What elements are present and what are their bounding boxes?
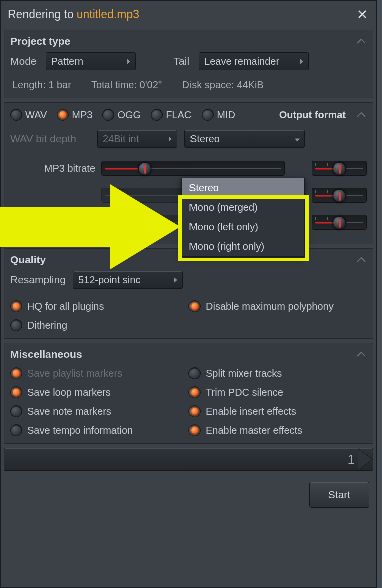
- title-filename: untitled.mp3: [77, 8, 139, 21]
- start-button[interactable]: Start: [309, 482, 369, 508]
- channels-dropdown-menu[interactable]: StereoMono (merged)Mono (left only)Mono …: [181, 178, 305, 257]
- resampling-label: Resampling: [10, 274, 66, 286]
- format-label: MID: [217, 109, 235, 121]
- totaltime-info: Total time: 0'02'': [91, 79, 162, 91]
- check-label: Split mixer tracks: [206, 368, 282, 379]
- start-label: Start: [328, 489, 350, 501]
- panel-title: Project type: [10, 35, 70, 47]
- progress-tip-icon: [358, 448, 373, 470]
- tail-label: Tail: [174, 55, 190, 67]
- disable-poly-check[interactable]: Disable maximum polyphony: [188, 300, 367, 312]
- panel-quality: Quality Resampling 512-point sinc HQ for…: [4, 248, 373, 339]
- check-label: Save tempo information: [27, 425, 133, 436]
- radio-icon: [188, 424, 201, 436]
- check-label: Save playlist markers: [27, 368, 122, 379]
- chevron-down-icon: [294, 133, 300, 145]
- format-label: WAV: [25, 109, 47, 121]
- misc-check[interactable]: Trim PDC silence: [188, 386, 367, 398]
- channels-dropdown[interactable]: Stereo: [184, 130, 305, 148]
- close-icon[interactable]: [355, 7, 369, 21]
- mode-dropdown[interactable]: Pattern: [46, 52, 136, 70]
- misc-check[interactable]: Save playlist markers: [10, 367, 188, 379]
- panel-project-type: Project type Mode Pattern Tail Leave rem…: [4, 30, 373, 98]
- format-flac[interactable]: FLAC: [151, 109, 192, 121]
- check-label: Trim PDC silence: [206, 387, 283, 398]
- chevron-right-icon: [168, 133, 173, 145]
- format-label: OGG: [117, 109, 141, 121]
- progress-bar: 1: [4, 448, 373, 471]
- length-info: Length: 1 bar: [12, 79, 71, 91]
- format-label: FLAC: [166, 109, 192, 121]
- dropdown-option[interactable]: Stereo: [182, 178, 304, 198]
- tail-value: Leave remainder: [204, 56, 279, 67]
- check-label: Enable master effects: [206, 425, 302, 436]
- format-mid[interactable]: MID: [202, 109, 235, 121]
- format-ogg[interactable]: OGG: [102, 109, 141, 121]
- collapse-icon[interactable]: [356, 111, 367, 118]
- panel-miscellaneous: Miscellaneous Save playlist markersSplit…: [4, 343, 373, 444]
- chevron-right-icon: [173, 274, 178, 286]
- misc-check[interactable]: Save loop markers: [10, 386, 188, 398]
- slider-right-3[interactable]: [312, 215, 367, 230]
- format-wav[interactable]: WAV: [10, 109, 47, 121]
- resampling-dropdown[interactable]: 512-point sinc: [73, 271, 183, 289]
- check-label: Save note markers: [27, 406, 111, 417]
- mode-label: Mode: [10, 55, 37, 67]
- dropdown-option[interactable]: Mono (merged): [182, 198, 304, 217]
- format-mp3[interactable]: MP3: [57, 109, 92, 121]
- radio-icon: [188, 386, 201, 398]
- misc-check[interactable]: Enable insert effects: [188, 405, 367, 417]
- dropdown-option[interactable]: Mono (left only): [182, 217, 304, 237]
- check-label: Dithering: [27, 320, 67, 331]
- misc-check[interactable]: Save tempo information: [10, 424, 188, 436]
- scrollbar-strip[interactable]: [377, 0, 382, 588]
- radio-icon: [188, 405, 201, 417]
- misc-check[interactable]: Save note markers: [10, 405, 188, 417]
- panel-title: Miscellaneous: [10, 348, 82, 360]
- chevron-right-icon: [126, 56, 131, 67]
- diskspace-info: Disk space: 44KiB: [182, 79, 263, 91]
- mp3-bitrate-label: MP3 bitrate: [10, 163, 95, 174]
- chevron-right-icon: [299, 56, 304, 67]
- channels-value: Stereo: [190, 133, 220, 145]
- progress-value: 1: [348, 452, 355, 467]
- radio-icon: [10, 405, 22, 417]
- format-label: MP3: [72, 109, 92, 121]
- resampling-value: 512-point sinc: [78, 274, 141, 286]
- misc-check[interactable]: Enable master effects: [188, 424, 367, 436]
- slider-right-1[interactable]: [312, 161, 367, 176]
- dropdown-option[interactable]: Mono (right only): [182, 237, 304, 256]
- tail-dropdown[interactable]: Leave remainder: [199, 52, 309, 70]
- collapse-icon[interactable]: [356, 38, 367, 45]
- radio-icon: [10, 367, 22, 379]
- mp3-bitrate-slider[interactable]: [101, 161, 285, 176]
- check-label: HQ for all plugins: [27, 301, 104, 312]
- radio-icon: [188, 367, 201, 379]
- wav-depth-value: 24Bit int: [103, 133, 139, 145]
- check-label: Enable insert effects: [206, 406, 296, 417]
- render-dialog: Rendering to untitled.mp3 Project type M…: [0, 0, 377, 588]
- wav-depth-dropdown[interactable]: 24Bit int: [97, 130, 177, 148]
- check-label: Save loop markers: [27, 387, 111, 398]
- misc-check[interactable]: Split mixer tracks: [188, 367, 367, 379]
- titlebar: Rendering to untitled.mp3: [1, 1, 376, 28]
- collapse-icon[interactable]: [356, 351, 367, 358]
- radio-icon: [10, 424, 22, 436]
- slider-right-2[interactable]: [312, 188, 367, 203]
- wav-depth-label: WAV bit depth: [10, 133, 90, 145]
- mode-value: Pattern: [51, 56, 83, 67]
- radio-icon: [10, 386, 22, 398]
- hq-plugins-check[interactable]: HQ for all plugins: [10, 300, 188, 312]
- panel-title: Quality: [10, 254, 46, 266]
- title-prefix: Rendering to: [8, 8, 74, 21]
- panel-title: Output format: [279, 109, 346, 121]
- check-label: Disable maximum polyphony: [206, 301, 334, 312]
- collapse-icon[interactable]: [356, 256, 367, 263]
- dithering-check[interactable]: Dithering: [10, 319, 188, 331]
